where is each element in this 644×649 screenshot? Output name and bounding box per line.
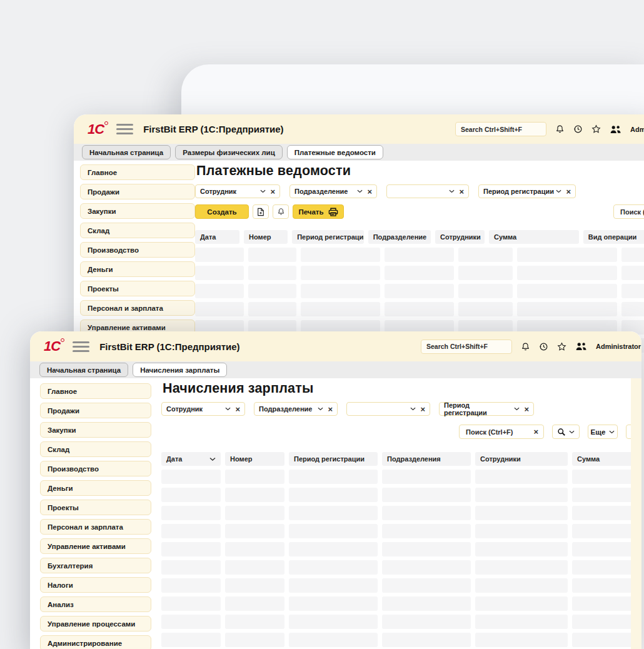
list-search-input[interactable]: [465, 428, 529, 436]
list-search-input[interactable]: [619, 208, 644, 216]
sidebar-item-hr[interactable]: Персонал и зарплата: [40, 519, 151, 535]
filter-department[interactable]: Подразделение ×: [289, 184, 377, 198]
history-icon[interactable]: [539, 342, 548, 351]
sidebar-item-main[interactable]: Главное: [80, 164, 195, 180]
copy-document-button[interactable]: [253, 204, 269, 219]
table-cell-placeholder: [475, 524, 568, 538]
table-row[interactable]: [195, 284, 644, 298]
chevron-down-icon: [514, 407, 520, 411]
filter-registration-period[interactable]: Период регистрации ×: [478, 184, 576, 198]
column-header-reg-period[interactable]: Период регистрации: [289, 452, 378, 466]
table-row[interactable]: [195, 266, 644, 280]
current-user[interactable]: Administrator: [596, 343, 641, 350]
tab-home[interactable]: Начальная страница: [82, 145, 171, 159]
column-header-date[interactable]: Дата: [161, 452, 221, 466]
table-cell-placeholder: [475, 560, 568, 575]
notifications-bell-icon[interactable]: [555, 124, 565, 134]
current-user[interactable]: Administrator: [630, 126, 644, 133]
sidebar-item-production[interactable]: Производство: [80, 242, 195, 258]
table-cell-placeholder: [572, 470, 640, 484]
tab-payment-sheets[interactable]: Платежные ведомости: [287, 145, 383, 159]
print-button[interactable]: Печать: [293, 204, 344, 219]
sidebar-item-administration[interactable]: Администрирование: [40, 635, 151, 649]
sidebar-item-purchases[interactable]: Закупки: [40, 422, 151, 438]
sidebar-item-projects[interactable]: Проекты: [80, 281, 195, 296]
global-search-input[interactable]: [421, 340, 512, 354]
table-cell-placeholder: [225, 470, 284, 484]
column-header-amount[interactable]: Сумма: [572, 452, 640, 466]
tab-home[interactable]: Начальная страница: [39, 363, 128, 377]
sidebar-item-money[interactable]: Деньги: [40, 480, 151, 496]
sidebar-item-assets[interactable]: Управление активами: [40, 538, 151, 554]
sidebar-item-sales[interactable]: Продажи: [40, 403, 151, 418]
more-button[interactable]: Еще: [588, 425, 618, 439]
main-menu-icon[interactable]: [116, 124, 133, 134]
sidebar-item-hr[interactable]: Персонал и зарплата: [80, 300, 195, 316]
users-icon[interactable]: [610, 125, 621, 134]
sidebar-item-projects[interactable]: Проекты: [40, 500, 151, 515]
column-header-employees[interactable]: Сотрудники: [475, 452, 568, 466]
table-row[interactable]: [161, 560, 641, 575]
sidebar-item-analysis[interactable]: Анализ: [40, 596, 151, 612]
table-row[interactable]: [195, 248, 644, 262]
column-header-departments[interactable]: Подразделения: [382, 452, 471, 466]
column-header-amount[interactable]: Сумма: [489, 230, 579, 244]
filter-empty[interactable]: ×: [386, 184, 469, 198]
table-row[interactable]: [161, 524, 641, 538]
search-options-button[interactable]: [552, 425, 580, 439]
reminder-button[interactable]: [273, 204, 289, 219]
table-row[interactable]: [161, 488, 641, 502]
favorites-star-icon[interactable]: [557, 342, 566, 351]
sidebar-item-warehouse[interactable]: Склад: [80, 223, 195, 238]
column-header-number[interactable]: Номер: [225, 452, 284, 466]
table-row[interactable]: [161, 470, 641, 484]
table-row[interactable]: [161, 633, 641, 647]
create-button[interactable]: Создать: [195, 204, 249, 219]
column-header-date[interactable]: Дата: [195, 230, 239, 244]
table-row[interactable]: [161, 578, 641, 593]
table-row[interactable]: [161, 542, 641, 556]
table-row[interactable]: [195, 302, 644, 316]
table-cell-placeholder: [289, 633, 378, 647]
table-cell-placeholder: [382, 596, 471, 611]
chevron-down-icon: [556, 189, 561, 193]
global-search-input[interactable]: [455, 122, 546, 136]
table-cell-placeholder: [621, 302, 644, 316]
sidebar-item-money[interactable]: Деньги: [80, 261, 195, 277]
table-cell-placeholder: [161, 488, 221, 502]
filter-empty[interactable]: ×: [346, 402, 430, 416]
sidebar-item-main[interactable]: Главное: [40, 383, 151, 399]
column-header-department[interactable]: Подразделение: [368, 230, 431, 244]
filter-employee[interactable]: Сотрудник ×: [161, 402, 245, 416]
column-header-employees[interactable]: Сотрудники: [435, 230, 485, 244]
tab-salary-accruals[interactable]: Начисления зарплаты: [133, 363, 227, 377]
table-row[interactable]: [161, 596, 641, 611]
sidebar-item-process-mgmt[interactable]: Управление процессами: [40, 616, 151, 631]
filter-employee[interactable]: Сотрудник ×: [195, 184, 280, 198]
sidebar-item-sales[interactable]: Продажи: [80, 184, 195, 199]
filter-department[interactable]: Подразделение ×: [254, 402, 338, 416]
list-search-input-wrap[interactable]: ×: [459, 425, 544, 439]
favorites-star-icon[interactable]: [591, 124, 601, 134]
sidebar-item-production[interactable]: Производство: [40, 461, 151, 476]
table-row[interactable]: [161, 506, 641, 520]
notifications-bell-icon[interactable]: [521, 342, 530, 351]
chevron-down-icon: [318, 407, 323, 411]
sidebar-item-taxes[interactable]: Налоги: [40, 577, 151, 593]
history-icon[interactable]: [573, 124, 583, 134]
column-header-number[interactable]: Номер: [244, 230, 288, 244]
filter-registration-period[interactable]: Период регистрации ×: [439, 402, 534, 416]
main-menu-icon[interactable]: [73, 341, 89, 352]
sidebar-item-purchases[interactable]: Закупки: [80, 203, 195, 219]
list-search-input-wrap[interactable]: ×: [613, 204, 644, 219]
table-cell-placeholder: [289, 470, 378, 484]
vertical-scroll-gutter[interactable]: [631, 378, 641, 649]
sidebar-item-accounting[interactable]: Бухгалтерия: [40, 558, 151, 573]
table-row[interactable]: [161, 615, 641, 629]
sidebar-item-warehouse[interactable]: Склад: [40, 441, 151, 457]
column-header-operation[interactable]: Вид операции: [583, 230, 644, 244]
tab-bar: Начальная страница Размеры физических ли…: [74, 144, 644, 161]
users-icon[interactable]: [575, 342, 587, 351]
tab-body-sizes[interactable]: Размеры физических лиц: [175, 145, 283, 159]
column-header-reg-period[interactable]: Период регистрации: [292, 230, 364, 244]
